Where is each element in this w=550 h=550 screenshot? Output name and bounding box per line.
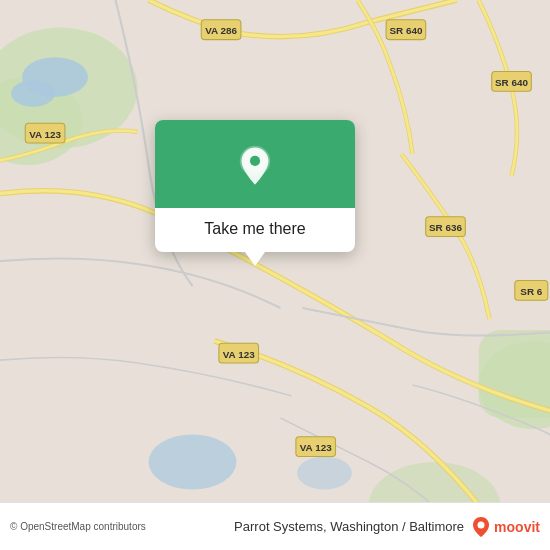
map-container: VA 286 SR 640 SR 640 VA 123 SR 636 VA 12… — [0, 0, 550, 550]
svg-text:VA 123: VA 123 — [29, 129, 61, 140]
svg-point-9 — [297, 457, 352, 490]
svg-point-8 — [149, 435, 237, 490]
svg-text:VA 123: VA 123 — [300, 442, 332, 453]
brand-section: Parrot Systems, Washington / Baltimore m… — [234, 516, 540, 538]
take-me-there-button[interactable]: Take me there — [171, 220, 339, 238]
svg-text:SR 6: SR 6 — [520, 286, 542, 297]
location-pin-icon — [233, 144, 277, 188]
svg-text:SR 636: SR 636 — [429, 222, 462, 233]
popup-card: Take me there — [155, 120, 355, 252]
moovit-logo: moovit — [470, 516, 540, 538]
svg-point-31 — [478, 521, 485, 528]
svg-text:SR 640: SR 640 — [495, 77, 528, 88]
attribution-text: © OpenStreetMap contributors — [10, 521, 146, 532]
svg-text:SR 640: SR 640 — [389, 25, 422, 36]
popup-header — [155, 120, 355, 208]
bottom-bar: © OpenStreetMap contributors Parrot Syst… — [0, 502, 550, 550]
svg-point-30 — [250, 156, 260, 166]
brand-name: Parrot Systems, Washington / Baltimore — [234, 519, 464, 534]
popup-text-section: Take me there — [155, 208, 355, 252]
svg-text:VA 286: VA 286 — [205, 25, 237, 36]
svg-text:VA 123: VA 123 — [223, 349, 255, 360]
svg-point-4 — [11, 80, 55, 106]
moovit-pin-icon — [470, 516, 492, 538]
moovit-text: moovit — [494, 519, 540, 535]
map-background: VA 286 SR 640 SR 640 VA 123 SR 636 VA 12… — [0, 0, 550, 550]
